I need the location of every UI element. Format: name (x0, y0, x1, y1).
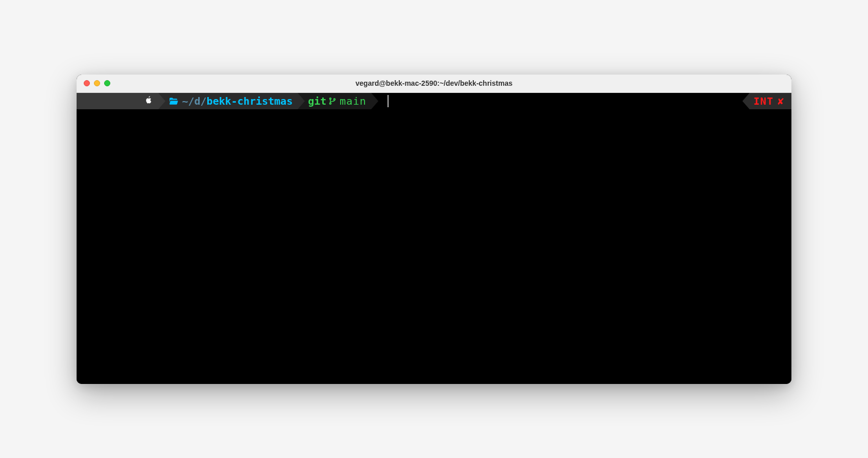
folder-open-icon (168, 97, 179, 105)
close-icon: ✘ (778, 93, 784, 109)
terminal-cursor (388, 95, 389, 107)
prompt-path-segment: ~/d/bekk-christmas (158, 93, 298, 109)
apple-logo-icon (83, 77, 153, 126)
segment-separator (742, 93, 750, 109)
prompt-os-segment (77, 93, 158, 109)
path-active-part: bekk-christmas (207, 93, 293, 109)
prompt-git-segment: git main (298, 93, 371, 109)
git-branch-name: main (340, 93, 366, 109)
svg-point-1 (330, 103, 331, 104)
status-int-segment: INT ✘ (750, 93, 791, 109)
terminal-window: vegard@bekk-mac-2590:~/dev/bekk-christma… (77, 75, 791, 384)
terminal-body[interactable]: ~/d/bekk-christmas git main INT ✘ (77, 93, 791, 384)
status-label: INT (754, 93, 774, 109)
segment-separator (158, 93, 165, 109)
prompt-line: ~/d/bekk-christmas git main INT ✘ (77, 93, 791, 109)
window-title: vegard@bekk-mac-2590:~/dev/bekk-christma… (77, 79, 791, 87)
window-titlebar: vegard@bekk-mac-2590:~/dev/bekk-christma… (77, 75, 791, 93)
svg-point-2 (334, 99, 335, 100)
segment-separator (371, 93, 378, 109)
prompt-right-status: INT ✘ (742, 93, 791, 109)
segment-separator (298, 93, 305, 109)
git-branch-icon (328, 97, 336, 106)
path-dim-part: ~/d/ (182, 93, 206, 109)
git-label: git (308, 93, 326, 109)
svg-point-0 (330, 98, 331, 99)
